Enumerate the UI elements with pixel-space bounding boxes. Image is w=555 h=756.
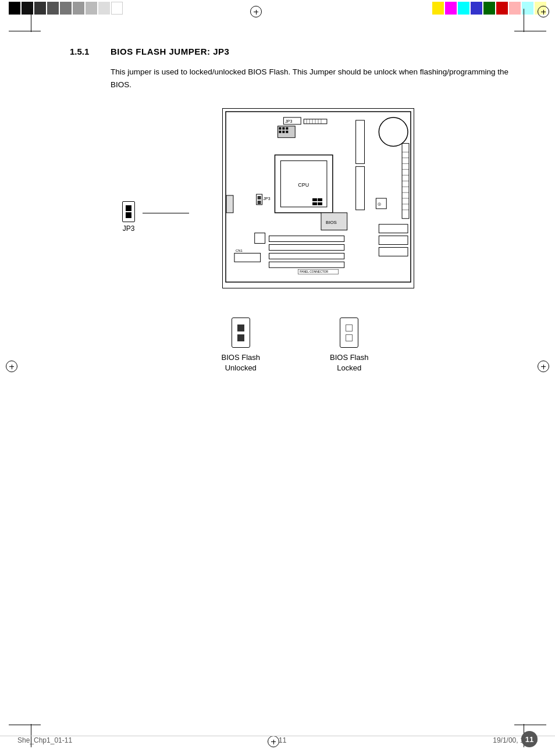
- color-swatch-black2: [22, 2, 33, 15]
- corner-line-tr-v: [524, 9, 524, 32]
- jp3-pin-bottom: [126, 212, 131, 218]
- jumper-unlocked: BIOS Flash Unlocked: [222, 318, 260, 373]
- section-heading: 1.5.1 BIOS FLASH JUMPER: JP3: [70, 47, 520, 56]
- svg-text:◎: ◎: [378, 202, 381, 206]
- jumper-locked-label: BIOS Flash Locked: [330, 352, 368, 373]
- jumper-locked: BIOS Flash Locked: [330, 318, 368, 373]
- svg-text:CPU: CPU: [298, 182, 309, 188]
- corner-line-br-h: [514, 725, 546, 725]
- svg-rect-52: [318, 202, 322, 205]
- swatch-cyan: [458, 2, 469, 15]
- top-decorative-bar: [0, 0, 124, 16]
- color-swatch-dark1: [34, 2, 46, 15]
- jumper-locked-box: [340, 318, 358, 348]
- color-swatch-gray1: [60, 2, 72, 15]
- svg-rect-12: [286, 127, 288, 130]
- section-number: 1.5.1: [70, 47, 99, 56]
- svg-text:CN1: CN1: [236, 249, 243, 253]
- jp3-pin-top: [126, 205, 131, 211]
- svg-rect-23: [226, 195, 233, 213]
- jumper-unlocked-label: BIOS Flash Unlocked: [222, 352, 260, 373]
- svg-point-8: [379, 117, 408, 147]
- jumper-locked-label-line1: BIOS Flash: [330, 353, 368, 362]
- swatch-yellow: [432, 2, 444, 15]
- motherboard-svg: CPU JP3: [222, 108, 414, 288]
- svg-rect-55: [258, 201, 261, 204]
- svg-rect-6: [356, 120, 365, 164]
- registration-mark-mid-left: [6, 361, 17, 372]
- svg-rect-14: [282, 131, 284, 133]
- main-content: 1.5.1 BIOS FLASH JUMPER: JP3 This jumper…: [70, 47, 520, 397]
- swatch-light-pink: [509, 2, 521, 15]
- svg-rect-32: [255, 233, 265, 244]
- svg-rect-0: [226, 112, 411, 282]
- jumper-locked-pin-top: [346, 324, 353, 331]
- color-swatch-gray2: [73, 2, 84, 15]
- color-swatch-dark2: [47, 2, 59, 15]
- svg-rect-7: [356, 167, 365, 211]
- section-title: BIOS FLASH JUMPER: JP3: [111, 47, 229, 56]
- jumper-locked-label-line2: Locked: [337, 363, 361, 372]
- registration-mark-top-right: [538, 6, 549, 17]
- jumper-unlocked-box: [232, 318, 250, 348]
- color-swatch-light1: [86, 2, 97, 15]
- jp3-label-text: JP3: [123, 224, 135, 233]
- top-right-color-strip: [432, 0, 546, 15]
- svg-rect-31: [379, 248, 408, 256]
- svg-rect-28: [269, 262, 344, 268]
- swatch-red: [496, 2, 508, 15]
- svg-text:PANEL CONNECTOR: PANEL CONNECTOR: [300, 270, 328, 273]
- svg-text:BIOS: BIOS: [326, 220, 337, 225]
- svg-rect-54: [258, 196, 261, 199]
- registration-mark-mid-right: [538, 361, 549, 372]
- color-swatch-black1: [9, 2, 20, 15]
- svg-rect-50: [312, 202, 317, 205]
- svg-text:JP3: JP3: [264, 197, 271, 201]
- jumper-locked-pin-bottom: [346, 334, 353, 341]
- jp3-connector-line: [143, 213, 189, 213]
- svg-rect-49: [312, 198, 317, 201]
- jumper-unlocked-label-line2: Unlocked: [225, 363, 257, 372]
- swatch-magenta: [445, 2, 457, 15]
- corner-line-tr-h: [514, 31, 546, 31]
- footer-filename: She_Chp1_01-11: [17, 736, 72, 744]
- registration-mark-top-left: [250, 6, 262, 17]
- color-swatch-light2: [98, 2, 110, 15]
- jp3-label-area: JP3: [122, 201, 135, 233]
- motherboard-diagram-area: JP3 CPU JP3: [70, 108, 520, 300]
- color-swatch-white: [111, 2, 123, 15]
- motherboard-container: CPU JP3: [222, 108, 414, 300]
- jumper-diagrams-section: BIOS Flash Unlocked BIOS Flash Locked: [70, 318, 520, 373]
- svg-rect-10: [279, 127, 281, 130]
- svg-rect-15: [286, 131, 288, 133]
- svg-rect-11: [282, 127, 284, 130]
- section-description: This jumper is used to locked/unlocked B…: [111, 66, 520, 91]
- page-footer: She_Chp1_01-11 11 19/1/00, 16:28: [0, 736, 555, 744]
- footer-page-number: 11: [279, 736, 286, 744]
- corner-line-bl-h: [9, 725, 41, 725]
- jumper-unlocked-label-line1: BIOS Flash: [222, 353, 260, 362]
- svg-rect-25: [269, 236, 344, 242]
- corner-line-tl-v: [31, 9, 31, 32]
- svg-rect-13: [279, 131, 281, 133]
- swatch-blue: [471, 2, 482, 15]
- svg-text:JP3: JP3: [285, 119, 292, 123]
- svg-rect-27: [269, 254, 344, 259]
- svg-rect-29: [379, 224, 408, 233]
- svg-rect-30: [379, 236, 408, 245]
- page-number-badge: 11: [521, 731, 538, 747]
- jumper-unlocked-pin-bottom: [237, 334, 244, 341]
- svg-rect-26: [269, 245, 344, 251]
- swatch-green: [483, 2, 495, 15]
- svg-rect-51: [318, 198, 322, 201]
- svg-rect-24: [234, 254, 261, 262]
- jp3-jumper-icon: [122, 201, 135, 222]
- jumper-unlocked-pin-top: [237, 324, 244, 331]
- corner-line-tl-h: [9, 31, 41, 31]
